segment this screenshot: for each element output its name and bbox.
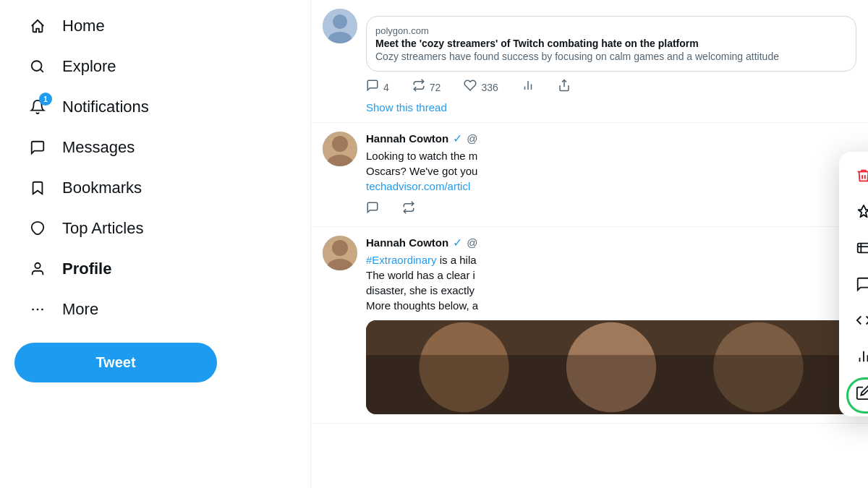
retweet-count: 72 xyxy=(430,82,441,93)
dropdown-item-embed[interactable]: Embed Tweet xyxy=(839,302,868,338)
sidebar-item-notifications[interactable]: 1 Notifications xyxy=(14,88,161,126)
like-action[interactable]: 336 xyxy=(464,79,498,95)
sidebar: Home Explore 1 Notifications Messages Bo… xyxy=(0,0,311,488)
retweet-action-2[interactable] xyxy=(402,201,415,218)
comment-action[interactable]: 4 xyxy=(366,79,389,95)
svg-rect-22 xyxy=(858,244,868,253)
heart-icon xyxy=(464,79,477,95)
tweet-text-3: #Extraordinary is a hila The world has a… xyxy=(366,252,856,313)
main-content: polygon.com Meet the 'cozy streamers' of… xyxy=(311,0,868,488)
retweet-icon-2 xyxy=(402,201,415,218)
sidebar-item-label: Top Articles xyxy=(62,219,144,238)
chart-icon xyxy=(522,79,535,95)
tweet-link-2[interactable]: techadvisor.com/articl xyxy=(366,180,470,192)
dropdown-item-delete[interactable]: Delete xyxy=(839,158,868,194)
sidebar-item-label: Profile xyxy=(62,260,111,278)
tweet-body-3: Hannah Cowton ✓ @ #Extraordinary is a hi… xyxy=(366,236,856,414)
tweet-handle-2: @ xyxy=(467,132,477,145)
top-articles-icon xyxy=(26,217,49,240)
tweet-button[interactable]: Tweet xyxy=(14,343,217,382)
verified-icon-2: ✓ xyxy=(453,132,462,145)
sidebar-item-home[interactable]: Home xyxy=(14,7,159,45)
link-title: Meet the 'cozy streamers' of Twitch comb… xyxy=(375,38,847,49)
tweet-handle-3: @ xyxy=(467,236,477,249)
tweet-card-3: Hannah Cowton ✓ @ #Extraordinary is a hi… xyxy=(311,227,868,424)
pin-icon xyxy=(854,204,868,220)
code-icon xyxy=(854,312,868,328)
dropdown-item-change-reply[interactable]: Change who can reply xyxy=(839,266,868,302)
profile-icon xyxy=(26,257,49,281)
sidebar-item-label: Explore xyxy=(62,57,116,76)
svg-point-15 xyxy=(332,240,348,256)
svg-rect-21 xyxy=(366,355,856,414)
tweet-body: polygon.com Meet the 'cozy streamers' of… xyxy=(366,9,856,114)
trash-icon xyxy=(854,168,868,184)
tweet-author-2: Hannah Cowton xyxy=(366,132,448,145)
link-domain: polygon.com xyxy=(375,25,847,36)
tweet-actions-2 xyxy=(366,201,856,218)
link-preview-card: polygon.com Meet the 'cozy streamers' of… xyxy=(366,16,856,72)
bookmarks-icon xyxy=(26,176,49,200)
analytics-action[interactable] xyxy=(522,79,535,95)
like-count: 336 xyxy=(481,82,498,93)
svg-point-12 xyxy=(332,136,348,152)
notifications-icon: 1 xyxy=(26,95,49,119)
notification-count: 1 xyxy=(39,93,52,106)
sidebar-item-explore[interactable]: Explore xyxy=(14,48,159,85)
svg-point-3 xyxy=(41,309,43,311)
comment-action-2[interactable] xyxy=(366,201,379,218)
tweet-dropdown-menu: Delete Pin to your profile Add/remove @T… xyxy=(839,152,868,416)
sidebar-item-label: Notifications xyxy=(62,98,149,116)
tweet-actions: 4 72 336 xyxy=(366,79,856,95)
tweet-hashtag[interactable]: #Extraordinary xyxy=(366,254,437,266)
dropdown-item-edit[interactable]: Edit Tweet xyxy=(839,374,868,411)
avatar xyxy=(323,9,357,43)
sidebar-item-label: More xyxy=(62,300,98,319)
sidebar-item-more[interactable]: More xyxy=(14,291,159,328)
tweet-header-2: Hannah Cowton ✓ @ xyxy=(366,132,856,145)
retweet-icon xyxy=(412,79,425,95)
svg-point-1 xyxy=(32,309,34,311)
share-action[interactable] xyxy=(558,79,571,95)
avatar-2 xyxy=(323,132,357,166)
retweet-action[interactable]: 72 xyxy=(412,79,441,95)
show-thread-link[interactable]: Show this thread xyxy=(366,101,856,114)
tweet-author-3: Hannah Cowton xyxy=(366,236,448,249)
comment-count: 4 xyxy=(383,82,389,93)
messages-icon xyxy=(26,136,49,159)
share-icon xyxy=(558,79,571,95)
tweet-text-2: Looking to watch the m Oscars? We've got… xyxy=(366,148,856,194)
svg-point-2 xyxy=(37,309,39,311)
sidebar-item-messages[interactable]: Messages xyxy=(14,129,159,166)
dropdown-item-analytics[interactable]: View Tweet analytics xyxy=(839,338,868,374)
dropdown-item-list[interactable]: Add/remove @TheLondonGeek from Lists xyxy=(839,230,868,266)
explore-icon xyxy=(26,55,49,78)
sidebar-item-top-articles[interactable]: Top Articles xyxy=(14,210,159,247)
sidebar-item-label: Messages xyxy=(62,138,135,157)
tweet-card-2: Hannah Cowton ✓ @ Looking to watch the m… xyxy=(311,123,868,227)
sidebar-item-profile[interactable]: Profile xyxy=(14,250,159,288)
avatar-3 xyxy=(323,236,357,270)
tweet-card-1: polygon.com Meet the 'cozy streamers' of… xyxy=(311,0,868,123)
sidebar-item-bookmarks[interactable]: Bookmarks xyxy=(14,169,159,207)
reply-icon xyxy=(854,276,868,292)
feed: polygon.com Meet the 'cozy streamers' of… xyxy=(311,0,868,488)
more-icon xyxy=(26,298,49,321)
dropdown-item-pin[interactable]: Pin to your profile xyxy=(839,194,868,230)
svg-point-5 xyxy=(333,14,347,29)
list-icon xyxy=(854,240,868,256)
home-icon xyxy=(26,14,49,38)
tweet-header-3: Hannah Cowton ✓ @ xyxy=(366,236,856,249)
comment-icon-2 xyxy=(366,201,379,218)
sidebar-item-label: Bookmarks xyxy=(62,179,142,197)
tweet-body-2: Hannah Cowton ✓ @ Looking to watch the m… xyxy=(366,132,856,218)
verified-icon-3: ✓ xyxy=(453,236,462,249)
comment-icon xyxy=(366,79,379,95)
svg-point-0 xyxy=(35,263,40,268)
analytics-icon xyxy=(854,348,868,364)
edit-icon xyxy=(854,385,868,401)
tweet-image xyxy=(366,320,856,414)
link-desc: Cozy streamers have found success by foc… xyxy=(375,51,847,62)
sidebar-item-label: Home xyxy=(62,17,105,35)
